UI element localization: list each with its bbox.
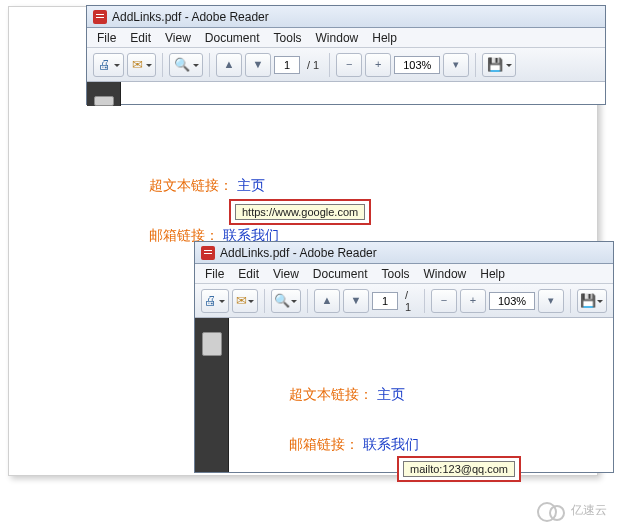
- menu-view[interactable]: View: [267, 265, 305, 283]
- printer-icon: 🖨: [204, 294, 217, 307]
- hyperlink-homepage[interactable]: 主页: [377, 386, 405, 402]
- thumbnails-icon[interactable]: [94, 96, 114, 106]
- menu-window[interactable]: Window: [310, 29, 365, 47]
- window-title: AddLinks.pdf - Adobe Reader: [220, 246, 377, 260]
- zoom-out-button[interactable]: −: [431, 289, 457, 313]
- page-down-button[interactable]: ▼: [245, 53, 271, 77]
- thumbnails-icon[interactable]: [202, 332, 222, 356]
- email-button[interactable]: ✉: [127, 53, 156, 77]
- print-button[interactable]: 🖨: [93, 53, 124, 77]
- title-bar: AddLinks.pdf - Adobe Reader: [87, 6, 605, 28]
- zoom-dropdown[interactable]: ▾: [538, 289, 564, 313]
- minus-icon: −: [346, 59, 352, 70]
- binoculars-icon: 🔍: [274, 294, 290, 307]
- email-button[interactable]: ✉: [232, 289, 258, 313]
- page-down-button[interactable]: ▼: [343, 289, 369, 313]
- menu-edit[interactable]: Edit: [124, 29, 157, 47]
- page-up-button[interactable]: ▲: [216, 53, 242, 77]
- menu-document[interactable]: Document: [199, 29, 266, 47]
- separator: [162, 53, 163, 77]
- arrow-down-icon: ▼: [351, 295, 362, 306]
- hyperlink-label: 超文本链接：: [289, 386, 373, 402]
- arrow-up-icon: ▲: [224, 59, 235, 70]
- hyperlink-row-1: 超文本链接： 主页: [149, 177, 265, 195]
- envelope-icon: ✉: [132, 58, 143, 71]
- maillink-row-2: 邮箱链接： 联系我们: [289, 436, 419, 454]
- menu-file[interactable]: File: [199, 265, 230, 283]
- menu-bar: File Edit View Document Tools Window Hel…: [195, 264, 613, 284]
- zoom-out-button[interactable]: −: [336, 53, 362, 77]
- adobe-reader-window-2: AddLinks.pdf - Adobe Reader File Edit Vi…: [194, 241, 614, 473]
- tooltip-highlight-1: https://www.google.com: [229, 199, 371, 225]
- separator: [570, 289, 571, 313]
- binoculars-icon: 🔍: [174, 58, 190, 71]
- menu-tools[interactable]: Tools: [268, 29, 308, 47]
- zoom-dropdown[interactable]: ▾: [443, 53, 469, 77]
- menu-help[interactable]: Help: [474, 265, 511, 283]
- arrow-up-icon: ▲: [322, 295, 333, 306]
- window-title: AddLinks.pdf - Adobe Reader: [112, 10, 269, 24]
- page-total-label: / 1: [303, 59, 323, 71]
- tooltip-mailto: mailto:123@qq.com: [403, 461, 515, 477]
- menu-window[interactable]: Window: [418, 265, 473, 283]
- page-total-label: / 1: [401, 289, 418, 313]
- chevron-down-icon: ▾: [548, 295, 554, 306]
- zoom-in-button[interactable]: +: [460, 289, 486, 313]
- toolbar: 🖨 ✉ 🔍 ▲ ▼ / 1 − + ▾ 💾: [87, 48, 605, 82]
- sidebar-panel: [195, 318, 229, 472]
- zoom-input[interactable]: [489, 292, 535, 310]
- menu-help[interactable]: Help: [366, 29, 403, 47]
- plus-icon: +: [470, 295, 476, 306]
- pdf-icon: [93, 10, 107, 24]
- tooltip-url: https://www.google.com: [235, 204, 365, 220]
- title-bar: AddLinks.pdf - Adobe Reader: [195, 242, 613, 264]
- toolbar: 🖨 ✉ 🔍 ▲ ▼ / 1 − + ▾ 💾: [195, 284, 613, 318]
- menu-file[interactable]: File: [91, 29, 122, 47]
- menu-tools[interactable]: Tools: [376, 265, 416, 283]
- chevron-down-icon: ▾: [453, 59, 459, 70]
- hyperlink-label: 超文本链接：: [149, 177, 233, 193]
- page-number-input[interactable]: [274, 56, 300, 74]
- cloud-icon: [537, 500, 567, 520]
- plus-icon: +: [375, 59, 381, 70]
- menu-view[interactable]: View: [159, 29, 197, 47]
- separator: [209, 53, 210, 77]
- print-button[interactable]: 🖨: [201, 289, 229, 313]
- separator: [475, 53, 476, 77]
- tooltip-highlight-2: mailto:123@qq.com: [397, 456, 521, 482]
- page-up-button[interactable]: ▲: [314, 289, 340, 313]
- sidebar-panel: [87, 82, 121, 106]
- pdf-icon: [201, 246, 215, 260]
- separator: [307, 289, 308, 313]
- adobe-reader-window-1: AddLinks.pdf - Adobe Reader File Edit Vi…: [86, 5, 606, 105]
- save-button[interactable]: 💾: [577, 289, 607, 313]
- watermark-text: 亿速云: [571, 502, 607, 519]
- zoom-in-button[interactable]: +: [365, 53, 391, 77]
- hyperlink-homepage[interactable]: 主页: [237, 177, 265, 193]
- separator: [424, 289, 425, 313]
- find-button[interactable]: 🔍: [169, 53, 203, 77]
- menu-document[interactable]: Document: [307, 265, 374, 283]
- menu-edit[interactable]: Edit: [232, 265, 265, 283]
- page-number-input[interactable]: [372, 292, 398, 310]
- separator: [264, 289, 265, 313]
- maillink-label: 邮箱链接：: [289, 436, 359, 452]
- envelope-icon: ✉: [236, 294, 247, 307]
- watermark: 亿速云: [537, 500, 607, 520]
- separator: [329, 53, 330, 77]
- arrow-down-icon: ▼: [253, 59, 264, 70]
- hyperlink-row-2: 超文本链接： 主页: [289, 386, 405, 404]
- zoom-input[interactable]: [394, 56, 440, 74]
- save-button[interactable]: 💾: [482, 53, 516, 77]
- find-button[interactable]: 🔍: [271, 289, 301, 313]
- printer-icon: 🖨: [98, 58, 111, 71]
- maillink-contact[interactable]: 联系我们: [363, 436, 419, 452]
- menu-bar: File Edit View Document Tools Window Hel…: [87, 28, 605, 48]
- screenshot-frame: AddLinks.pdf - Adobe Reader File Edit Vi…: [8, 6, 598, 476]
- save-icon: 💾: [580, 294, 596, 307]
- document-area: 超文本链接： 主页 邮箱链接： 联系我们 mailto:123@qq.com: [229, 318, 613, 472]
- save-icon: 💾: [487, 58, 503, 71]
- minus-icon: −: [441, 295, 447, 306]
